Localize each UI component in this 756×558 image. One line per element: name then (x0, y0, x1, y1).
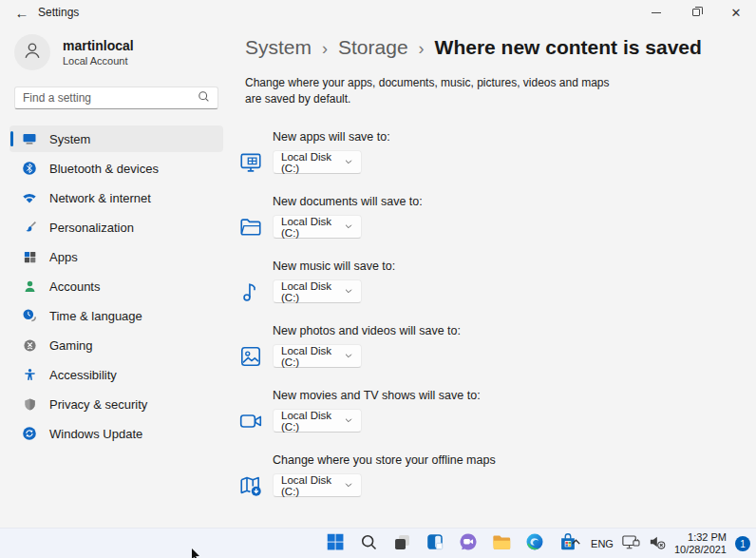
sidebar-item-label: Accessibility (49, 368, 117, 382)
new-music-location-dropdown[interactable]: Local Disk (C:) (273, 279, 362, 303)
account-card[interactable]: martinlocal Local Account (0, 29, 233, 70)
sidebar-item-accounts[interactable]: Accounts (9, 273, 223, 299)
section-label: New movies and TV shows will save to: (273, 389, 755, 402)
close-icon: ✕ (731, 7, 742, 19)
widgets-icon (425, 531, 445, 556)
sidebar-item-apps[interactable]: Apps (9, 243, 223, 270)
sidebar-item-privacy-security[interactable]: Privacy & security (9, 391, 223, 417)
chat-icon (458, 531, 479, 556)
file-explorer-button[interactable] (490, 532, 513, 555)
search-icon (198, 89, 210, 106)
taskbar-tray: ENG 1:32 PM 10/28/2021 1 (570, 529, 750, 558)
task-view-button[interactable] (390, 532, 413, 555)
sidebar: martinlocal Local Account System Bluetoo… (0, 29, 233, 450)
section-new-movies-tv: New movies and TV shows will save to: Lo… (237, 389, 755, 433)
back-button[interactable]: ← (9, 1, 34, 24)
breadcrumb-storage[interactable]: Storage (338, 36, 408, 59)
window-controls: ✕ (636, 0, 756, 25)
breadcrumb-separator-icon: › (419, 39, 425, 59)
tray-overflow-button[interactable] (570, 535, 582, 552)
sidebar-item-network-internet[interactable]: Network & internet (9, 184, 223, 211)
dropdown-value: Local Disk (C:) (281, 216, 344, 239)
dropdown-value: Local Disk (C:) (281, 410, 344, 433)
sidebar-item-gaming[interactable]: Gaming (9, 332, 223, 358)
sidebar-item-label: Privacy & security (49, 397, 147, 412)
account-info: martinlocal Local Account (63, 38, 134, 67)
chevron-down-icon (344, 480, 353, 491)
titlebar: ← Settings ✕ (0, 0, 756, 29)
language-indicator[interactable]: ENG (591, 538, 614, 549)
section-label: New photos and videos will save to: (273, 324, 755, 337)
section-label: Change where you store your offline maps (273, 453, 755, 467)
search-box[interactable] (14, 87, 218, 109)
dropdown-value: Local Disk (C:) (281, 474, 344, 497)
breadcrumb-separator-icon: › (322, 39, 328, 59)
breadcrumb-system[interactable]: System (245, 36, 312, 59)
window-title: Settings (38, 6, 79, 19)
network-tray-button[interactable] (622, 534, 640, 554)
start-button[interactable] (324, 532, 347, 555)
sidebar-item-label: Bluetooth & devices (49, 162, 159, 176)
page-title: Where new content is saved (435, 36, 702, 59)
photo-icon (237, 344, 264, 369)
person-avatar-icon (22, 40, 43, 65)
sidebar-item-bluetooth-devices[interactable]: Bluetooth & devices (9, 155, 223, 182)
edge-button[interactable] (523, 532, 546, 555)
sidebar-item-accessibility[interactable]: Accessibility (9, 361, 223, 388)
chevron-down-icon (344, 415, 353, 427)
notification-badge[interactable]: 1 (735, 536, 750, 551)
apps-grid-icon (22, 249, 37, 264)
volume-tray-button[interactable] (649, 534, 666, 553)
back-arrow-icon: ← (15, 5, 29, 21)
folder-icon (237, 215, 264, 240)
sidebar-item-label: Accounts (49, 279, 100, 294)
sidebar-item-label: Personalization (49, 221, 134, 235)
sidebar-item-label: Windows Update (49, 427, 142, 441)
chevron-down-icon (344, 286, 353, 298)
start-icon (325, 531, 346, 556)
widgets-button[interactable] (424, 532, 446, 555)
edge-icon (524, 531, 545, 556)
dropdown-value: Local Disk (C:) (281, 345, 344, 368)
dropdown-value: Local Disk (C:) (281, 151, 344, 174)
taskbar-search-button[interactable] (357, 532, 380, 555)
chevron-down-icon (344, 351, 353, 362)
sidebar-item-personalization[interactable]: Personalization (9, 214, 223, 241)
xbox-icon (22, 337, 37, 353)
sync-icon (22, 426, 37, 441)
clock-time: 1:32 PM (674, 531, 727, 544)
section-label: New apps will save to: (273, 130, 755, 144)
new-apps-location-dropdown[interactable]: Local Disk (C:) (273, 150, 362, 174)
sidebar-item-system[interactable]: System (9, 125, 223, 152)
restore-button[interactable] (676, 0, 716, 25)
dropdown-value: Local Disk (C:) (281, 280, 344, 303)
volume-muted-icon (649, 534, 666, 553)
offline-maps-location-dropdown[interactable]: Local Disk (C:) (273, 473, 362, 497)
sidebar-item-windows-update[interactable]: Windows Update (9, 420, 223, 447)
close-button[interactable]: ✕ (716, 0, 756, 25)
sidebar-item-label: Apps (49, 250, 78, 264)
clock-date: 10/28/2021 (674, 544, 727, 556)
shield-icon (22, 396, 37, 412)
paintbrush-icon (22, 220, 37, 235)
accessibility-person-icon (22, 367, 37, 382)
section-new-photos-videos: New photos and videos will save to: Loca… (237, 324, 755, 369)
section-new-apps: New apps will save to: Local Disk (C:) (237, 130, 755, 175)
section-new-music: New music will save to: Local Disk (C:) (237, 260, 755, 304)
new-movies-tv-location-dropdown[interactable]: Local Disk (C:) (273, 409, 362, 433)
new-documents-location-dropdown[interactable]: Local Disk (C:) (273, 215, 362, 239)
section-new-documents: New documents will save to: Local Disk (… (237, 195, 755, 240)
save-location-sections: New apps will save to: Local Disk (C:) N… (237, 130, 755, 498)
section-label: New music will save to: (273, 260, 755, 273)
chat-button[interactable] (457, 532, 480, 555)
taskbar: ENG 1:32 PM 10/28/2021 1 (0, 528, 756, 558)
clock[interactable]: 1:32 PM 10/28/2021 (674, 531, 727, 556)
section-label: New documents will save to: (273, 195, 755, 208)
search-input[interactable] (23, 91, 198, 105)
new-photos-videos-location-dropdown[interactable]: Local Disk (C:) (273, 344, 362, 368)
minimize-button[interactable] (636, 0, 676, 25)
sidebar-item-time-language[interactable]: Time & language (9, 302, 223, 329)
bluetooth-icon (22, 161, 37, 176)
restore-icon (692, 9, 700, 16)
account-type: Local Account (63, 55, 134, 67)
